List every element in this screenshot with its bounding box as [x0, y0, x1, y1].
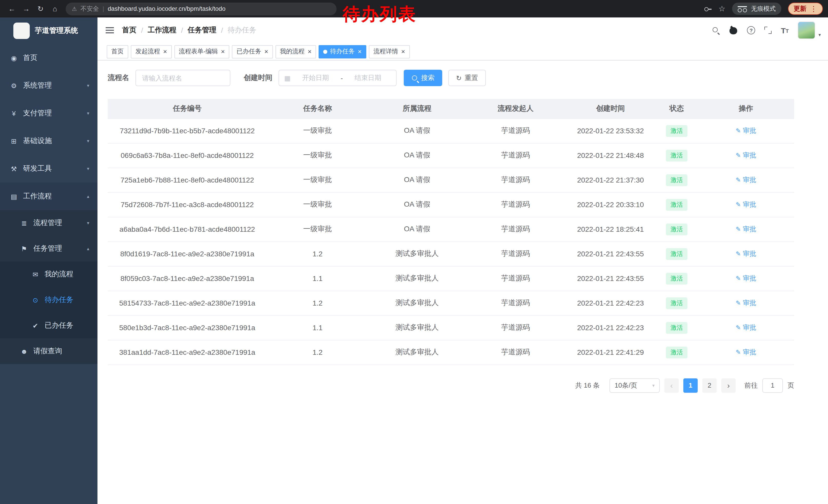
sidebar-item-payment[interactable]: ¥支付管理▾: [0, 99, 97, 127]
next-page-button[interactable]: ›: [721, 378, 736, 393]
avatar-caret-icon[interactable]: ▾: [819, 32, 821, 37]
sidebar-item-label: 任务管理: [33, 244, 62, 253]
table-row: 8f0d1619-7ac8-11ec-a9e2-a2380e71991a1.2测…: [108, 241, 794, 266]
sidebar-item-label: 请假查询: [33, 347, 62, 356]
incognito-icon: [738, 6, 747, 11]
prev-page-button[interactable]: ‹: [664, 378, 679, 393]
approve-link[interactable]: ✎审批: [736, 249, 756, 259]
tab-view-item[interactable]: 首页: [107, 45, 128, 58]
fullscreen-icon[interactable]: [764, 27, 772, 34]
warning-icon[interactable]: ⚠: [72, 5, 77, 12]
sidebar-item-workflow[interactable]: ▤工作流程▴: [0, 183, 97, 210]
back-icon[interactable]: ←: [5, 5, 18, 13]
tab-label: 待办任务: [330, 47, 355, 56]
cell-task-id: 75d72608-7b7f-11ec-a3c8-acde48001122: [108, 192, 267, 217]
app-logo[interactable]: 芋道管理系统: [0, 17, 97, 44]
close-icon[interactable]: ×: [163, 48, 167, 55]
breadcrumb-item[interactable]: 工作流程: [148, 26, 176, 35]
approve-link[interactable]: ✎审批: [736, 348, 756, 357]
tab-view-item[interactable]: 发起流程×: [131, 45, 172, 58]
tab-view-item[interactable]: 已办任务×: [232, 45, 273, 58]
cell-task-name: 1.2: [267, 340, 368, 365]
breadcrumb-item[interactable]: 任务管理: [188, 26, 216, 35]
cell-created: 2022-01-22 23:53:32: [565, 119, 656, 143]
search-button[interactable]: 搜索: [404, 70, 442, 86]
approve-link[interactable]: ✎审批: [736, 126, 756, 135]
close-icon[interactable]: ×: [401, 48, 405, 55]
status-badge: 激活: [666, 297, 688, 309]
status-badge: 激活: [666, 322, 688, 333]
cell-task-name: 一级审批: [267, 217, 368, 241]
cell-status: 激活: [656, 217, 698, 241]
process-name-input[interactable]: [135, 70, 230, 86]
status-badge: 激活: [666, 248, 688, 260]
sidebar-item-todo-tasks[interactable]: ⊙待办任务: [0, 287, 97, 313]
bookmark-star-icon[interactable]: ☆: [718, 4, 726, 13]
cell-status: 激活: [656, 119, 698, 143]
approve-label: 审批: [743, 299, 756, 308]
edit-icon: ✎: [736, 201, 741, 208]
sidebar-item-devtools[interactable]: ⚒研发工具▾: [0, 155, 97, 183]
close-icon[interactable]: ×: [358, 48, 362, 55]
approve-link[interactable]: ✎审批: [736, 323, 756, 332]
menu-dots-icon[interactable]: ⋮: [810, 5, 817, 13]
sidebar-toggle[interactable]: [97, 27, 114, 33]
approve-link[interactable]: ✎审批: [736, 175, 756, 185]
sidebar-item-leave-query[interactable]: ☻请假查询: [0, 338, 97, 364]
forward-icon[interactable]: →: [19, 5, 33, 13]
cell-created: 2022-01-21 22:41:29: [565, 340, 656, 365]
sidebar-item-home[interactable]: ◉首页: [0, 44, 97, 72]
sidebar-item-done-tasks[interactable]: ✔已办任务: [0, 313, 97, 338]
breadcrumb-item[interactable]: 首页: [122, 26, 136, 35]
reload-icon[interactable]: ↻: [34, 5, 47, 13]
goto-page-input[interactable]: [762, 378, 783, 393]
font-size-icon[interactable]: TT: [781, 27, 789, 34]
approve-link[interactable]: ✎审批: [736, 274, 756, 283]
cell-task-name: 1.1: [267, 315, 368, 340]
key-icon[interactable]: [704, 5, 712, 12]
search-icon[interactable]: [712, 27, 720, 34]
sidebar-item-label: 工作流程: [23, 192, 52, 201]
tab-view-item[interactable]: 我的流程×: [276, 45, 316, 58]
close-icon[interactable]: ×: [221, 48, 225, 55]
approve-link[interactable]: ✎审批: [736, 299, 756, 308]
close-icon[interactable]: ×: [308, 48, 312, 55]
sidebar-item-process-mgmt[interactable]: ≣流程管理▾: [0, 210, 97, 236]
sidebar-item-system[interactable]: ⚙系统管理▾: [0, 72, 97, 99]
home-icon[interactable]: ⌂: [48, 5, 61, 13]
avatar[interactable]: [798, 21, 816, 39]
approve-link[interactable]: ✎审批: [736, 200, 756, 209]
github-icon[interactable]: [729, 26, 738, 34]
approve-link[interactable]: ✎审批: [736, 225, 756, 234]
pager-pages: 12: [683, 378, 717, 393]
tab-view-item[interactable]: 流程详情×: [369, 45, 410, 58]
address-bar[interactable]: ⚠ 不安全 | dashboard.yudao.iocoder.cn/bpm/t…: [66, 2, 336, 15]
sidebar-item-task-mgmt[interactable]: ⚑任务管理▴: [0, 236, 97, 262]
help-icon[interactable]: [747, 26, 755, 34]
page-size-value: 10条/页: [615, 381, 637, 390]
page-size-select[interactable]: 10条/页 ▾: [610, 378, 660, 393]
sidebar-item-label: 首页: [23, 53, 37, 62]
edit-icon: ✎: [736, 349, 741, 356]
close-icon[interactable]: ×: [264, 48, 268, 55]
todo-table: 任务编号任务名称所属流程流程发起人创建时间状态操作 73211d9d-7b9b-…: [108, 99, 794, 365]
page-button-1[interactable]: 1: [683, 378, 698, 393]
page-button-2[interactable]: 2: [702, 378, 717, 393]
breadcrumb: 首页/工作流程/任务管理/待办任务: [122, 26, 256, 35]
cell-task-id: 725a1eb6-7b88-11ec-8ef0-acde48001122: [108, 168, 267, 192]
approve-link[interactable]: ✎审批: [736, 151, 756, 160]
sidebar-item-my-process[interactable]: ✉我的流程: [0, 262, 97, 287]
edit-icon: ✎: [736, 152, 741, 159]
cell-action: ✎审批: [698, 192, 794, 217]
cell-task-id: 8f0d1619-7ac8-11ec-a9e2-a2380e71991a: [108, 241, 267, 266]
app-logo-image: [13, 22, 30, 39]
cell-initiator: 芋道源码: [466, 143, 565, 168]
tab-view-item[interactable]: 流程表单-编辑×: [174, 45, 229, 58]
tab-view-item[interactable]: 待办任务×: [319, 45, 366, 58]
yen-icon: ¥: [9, 109, 18, 117]
sidebar-item-infrastructure[interactable]: ⊞基础设施▾: [0, 127, 97, 155]
date-range-separator: -: [341, 74, 343, 82]
update-button[interactable]: 更新 ⋮: [788, 3, 823, 15]
reset-button[interactable]: ↻ 重置: [448, 70, 486, 86]
date-range-picker[interactable]: ▦ 开始日期 - 结束日期: [279, 70, 397, 86]
